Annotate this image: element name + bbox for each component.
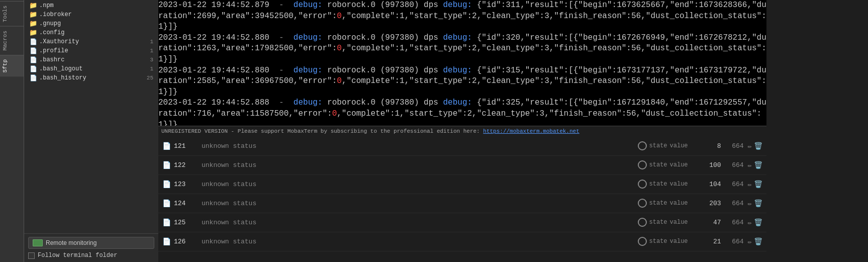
file-item[interactable]: 📁.config xyxy=(24,28,158,37)
row-status: unknown status xyxy=(202,181,638,188)
delete-icon[interactable]: 🗑️ xyxy=(754,161,762,169)
row-status: unknown status xyxy=(202,200,638,207)
delete-icon[interactable]: 🗑️ xyxy=(754,180,762,189)
main-container: 2023-01-22 19:44:52.879 - debug: roboroc… xyxy=(158,0,868,262)
monitor-icon xyxy=(33,239,43,246)
table-row: 📄 124 unknown status state value 203 664… xyxy=(158,194,766,213)
log-line: 2023-01-22 19:44:52.880 - debug: roboroc… xyxy=(158,65,766,98)
table-row: 📄 126 unknown status state value 21 664 … xyxy=(158,232,766,251)
file-item[interactable]: 📄.bash_history25 xyxy=(24,73,158,82)
folder-icon: 📁 xyxy=(29,11,37,19)
file-list: 📁.npm📁.iobroker📁.gnupg📁.config📄.Xauthori… xyxy=(24,0,158,233)
row-number: 47 xyxy=(696,219,721,226)
edit-icon[interactable]: ✏️ xyxy=(748,142,752,150)
row-id: 124 xyxy=(174,200,202,207)
edit-icon[interactable]: ✏️ xyxy=(748,237,752,246)
action-icons: ✏️ 🗑️ xyxy=(748,142,762,150)
row-size: 664 xyxy=(726,219,744,226)
delete-icon[interactable]: 🗑️ xyxy=(754,218,762,227)
row-file-icon: 📄 xyxy=(162,237,171,246)
file-name: .npm xyxy=(39,2,143,9)
row-file-icon: 📄 xyxy=(162,218,171,227)
badge-label: state xyxy=(649,181,667,188)
file-count: 1 xyxy=(143,39,153,45)
file-item[interactable]: 📄.bash_logout1 xyxy=(24,64,158,73)
row-file-icon: 📄 xyxy=(162,161,171,169)
circle-icon xyxy=(638,180,647,189)
edit-icon[interactable]: ✏️ xyxy=(748,161,752,169)
folder-icon: 📁 xyxy=(29,2,37,10)
file-item[interactable]: 📄.profile1 xyxy=(24,46,158,55)
table-row: 📄 121 unknown status state value 8 664 ✏… xyxy=(158,137,766,156)
row-id: 121 xyxy=(174,142,202,150)
edit-icon[interactable]: ✏️ xyxy=(748,180,752,189)
file-tree-panel: 📁.npm📁.iobroker📁.gnupg📁.config📄.Xauthori… xyxy=(24,0,158,262)
badge-value: value xyxy=(670,219,688,226)
action-icons: ✏️ 🗑️ xyxy=(748,237,762,246)
log-line: 2023-01-22 19:44:52.879 - debug: roboroc… xyxy=(158,0,766,33)
delete-icon[interactable]: 🗑️ xyxy=(754,142,762,150)
circle-icon xyxy=(638,218,647,227)
file-icon: 📄 xyxy=(29,38,37,46)
remote-monitoring-button[interactable]: Remote monitoring xyxy=(28,237,154,249)
tab-tools[interactable]: Tools xyxy=(0,1,24,26)
file-count: 1 xyxy=(143,66,153,72)
badge-label: state xyxy=(649,161,667,168)
circle-icon xyxy=(638,141,647,150)
terminal-and-status: 2023-01-22 19:44:52.879 - debug: roboroc… xyxy=(158,0,766,262)
row-size: 664 xyxy=(726,200,744,207)
row-size: 664 xyxy=(726,238,744,245)
edit-icon[interactable]: ✏️ xyxy=(748,218,752,227)
file-name: .bash_history xyxy=(39,74,143,81)
file-icon: 📄 xyxy=(29,56,37,64)
follow-terminal-label[interactable]: Follow terminal folder xyxy=(28,252,154,259)
file-item[interactable]: 📄.Xauthority1 xyxy=(24,37,158,46)
row-number: 8 xyxy=(696,142,721,150)
row-file-icon: 📄 xyxy=(162,180,171,189)
file-count: 25 xyxy=(143,75,153,81)
circle-icon xyxy=(638,237,647,246)
left-panel: Tools Macros Sftp 📁.npm📁.iobroker📁.gnupg… xyxy=(0,0,158,262)
badge-value: value xyxy=(670,200,688,207)
row-number: 100 xyxy=(696,161,721,169)
file-name: .profile xyxy=(39,47,143,54)
file-icon: 📄 xyxy=(29,74,37,82)
row-size: 664 xyxy=(726,181,744,188)
badge-label: state xyxy=(649,238,667,245)
tab-sftp[interactable]: Sftp xyxy=(0,55,24,76)
file-item[interactable]: 📁.iobroker xyxy=(24,10,158,19)
badge-label: state xyxy=(649,200,667,207)
row-id: 123 xyxy=(174,181,202,188)
tab-macros[interactable]: Macros xyxy=(0,26,24,55)
badge-value: value xyxy=(670,238,688,245)
badge-value: value xyxy=(670,181,688,188)
row-badge: state value xyxy=(638,199,688,208)
file-item[interactable]: 📁.npm xyxy=(24,1,158,10)
row-badge: state value xyxy=(638,218,688,227)
action-icons: ✏️ 🗑️ xyxy=(748,161,762,169)
data-table: 📄 121 unknown status state value 8 664 ✏… xyxy=(158,137,766,263)
file-item[interactable]: 📄.bashrc3 xyxy=(24,55,158,64)
folder-icon: 📁 xyxy=(29,29,37,37)
badge-label: state xyxy=(649,219,667,226)
row-status: unknown status xyxy=(202,238,638,245)
delete-icon[interactable]: 🗑️ xyxy=(754,237,762,246)
terminal-output[interactable]: 2023-01-22 19:44:52.879 - debug: roboroc… xyxy=(158,0,766,126)
folder-icon: 📁 xyxy=(29,20,37,28)
row-badge: state value xyxy=(638,237,688,246)
log-line: 2023-01-22 19:44:52.888 - debug: roboroc… xyxy=(158,98,766,125)
row-number: 21 xyxy=(696,238,721,245)
row-status: unknown status xyxy=(202,219,638,226)
row-number: 203 xyxy=(696,200,721,207)
file-item[interactable]: 📁.gnupg xyxy=(24,19,158,28)
follow-terminal-checkbox[interactable] xyxy=(28,252,35,259)
edit-icon[interactable]: ✏️ xyxy=(748,199,752,208)
sidebar-bottom: Remote monitoring Follow terminal folder xyxy=(24,233,158,262)
row-badge: state value xyxy=(638,141,688,150)
delete-icon[interactable]: 🗑️ xyxy=(754,199,762,208)
row-file-icon: 📄 xyxy=(162,142,171,150)
mobaxterm-link[interactable]: https://mobaxterm.mobatek.net xyxy=(483,128,579,134)
action-icons: ✏️ 🗑️ xyxy=(748,218,762,227)
table-row: 📄 122 unknown status state value 100 664… xyxy=(158,156,766,175)
row-id: 126 xyxy=(174,238,202,245)
